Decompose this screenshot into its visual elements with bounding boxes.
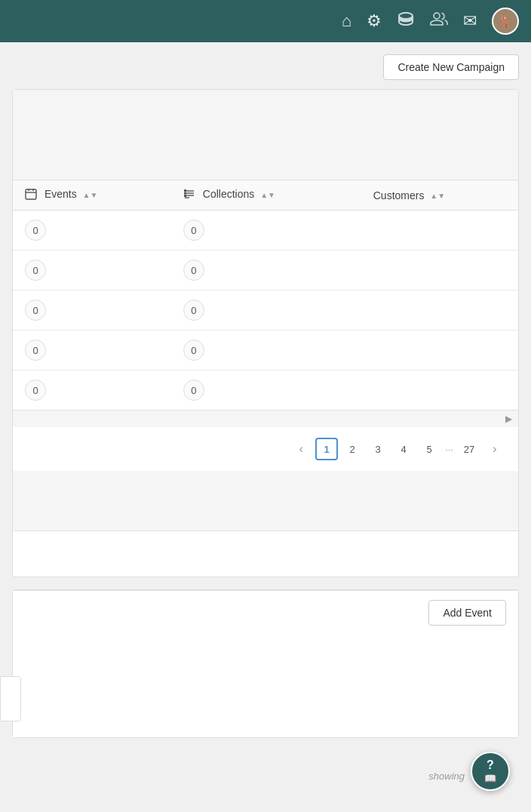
create-campaign-button[interactable]: Create New Campaign [383, 54, 519, 80]
svg-rect-9 [184, 192, 186, 195]
customers-sort-icon: ▲▼ [430, 192, 445, 200]
customers-cell [361, 211, 518, 251]
card-footer-area [13, 531, 518, 577]
table-row: 0 0 [13, 291, 518, 331]
top-navigation: ⌂ ⚙ ✉ 🦌 [0, 0, 531, 42]
card-bottom-area [13, 471, 518, 531]
table-header: Events ▲▼ [13, 180, 518, 211]
avatar[interactable]: 🦌 [492, 8, 519, 35]
table-row: 0 0 [13, 251, 518, 291]
add-event-content-area [13, 647, 518, 737]
calendar-icon [25, 188, 37, 202]
theater-icon[interactable] [397, 10, 415, 32]
col-customers[interactable]: Customers ▲▼ [361, 180, 518, 211]
collections-cell: 0 [171, 371, 361, 411]
col-collections[interactable]: Collections ▲▼ [171, 180, 361, 211]
collections-cell: 0 [171, 331, 361, 371]
mail-icon[interactable]: ✉ [463, 11, 477, 31]
question-icon: ? [486, 758, 494, 772]
left-sidebar-partial [0, 676, 21, 721]
users-icon[interactable] [430, 11, 448, 32]
scroll-indicator: ▶ [13, 410, 518, 427]
showing-label: showing [428, 770, 465, 782]
customers-cell [361, 331, 518, 371]
add-event-bar: Add Event [13, 590, 518, 635]
table-body: 0 0 0 0 0 0 0 [13, 211, 518, 411]
home-icon[interactable]: ⌂ [342, 11, 351, 31]
svg-rect-10 [184, 195, 186, 197]
customers-cell [361, 371, 518, 411]
table-row: 0 0 [13, 331, 518, 371]
collections-sort-icon: ▲▼ [260, 191, 275, 199]
page-5-button[interactable]: 5 [418, 438, 440, 460]
events-sort-icon: ▲▼ [83, 191, 98, 199]
collections-cell: 0 [171, 211, 361, 251]
list-icon [183, 188, 195, 202]
svg-rect-0 [26, 189, 36, 199]
last-page-button[interactable]: 27 [458, 438, 480, 460]
second-card: Add Event [12, 589, 519, 738]
page-3-button[interactable]: 3 [367, 438, 389, 460]
events-cell: 0 [13, 291, 171, 331]
events-cell: 0 [13, 331, 171, 371]
main-content: Create New Campaign [0, 42, 531, 762]
customers-cell [361, 251, 518, 291]
add-event-button[interactable]: Add Event [428, 600, 506, 626]
svg-rect-8 [184, 189, 186, 192]
page-1-button[interactable]: 1 [315, 438, 338, 460]
next-page-button[interactable]: › [483, 438, 506, 460]
table-row: 0 0 [13, 371, 518, 411]
scroll-right-icon: ▶ [505, 414, 512, 424]
main-card: Events ▲▼ [12, 89, 519, 577]
events-cell: 0 [13, 251, 171, 291]
card-header-area [13, 90, 518, 180]
prev-page-button[interactable]: ‹ [290, 438, 312, 460]
page-4-button[interactable]: 4 [392, 438, 415, 460]
events-cell: 0 [13, 211, 171, 251]
pagination-dots: ··· [444, 444, 455, 455]
book-icon: 📖 [484, 773, 496, 784]
table-row: 0 0 [13, 211, 518, 251]
campaigns-table-wrapper: Events ▲▼ [13, 180, 518, 410]
customers-cell [361, 291, 518, 331]
events-cell: 0 [13, 371, 171, 411]
action-bar: Create New Campaign [12, 54, 519, 80]
help-button[interactable]: ? 📖 [471, 752, 510, 791]
pagination: ‹ 1 2 3 4 5 ··· 27 › [13, 427, 518, 471]
page-2-button[interactable]: 2 [341, 438, 364, 460]
collections-cell: 0 [171, 291, 361, 331]
campaigns-table: Events ▲▼ [13, 180, 518, 410]
col-events[interactable]: Events ▲▼ [13, 180, 171, 211]
gear-icon[interactable]: ⚙ [367, 11, 382, 31]
collections-cell: 0 [171, 251, 361, 291]
